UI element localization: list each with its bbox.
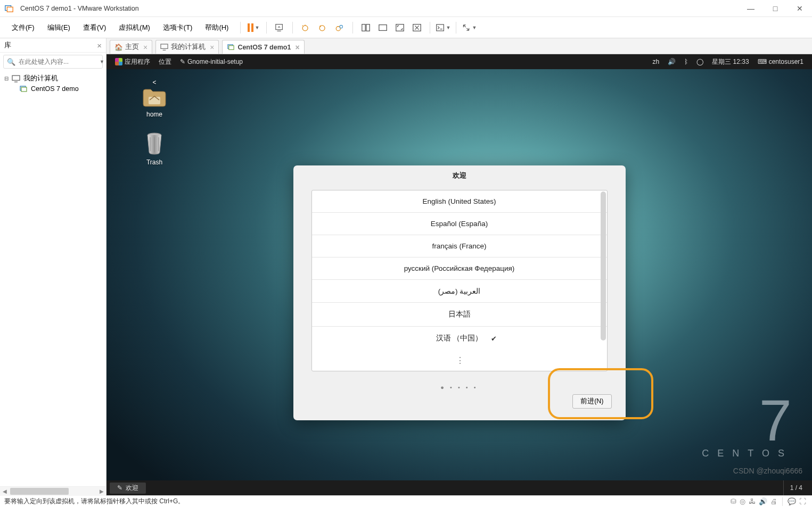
lang-option-en[interactable]: English (United States) [312, 190, 607, 212]
statusbar: 要将输入定向到该虚拟机，请将鼠标指针移入其中或按 Ctrl+G。 ⛁ ◎ 🖧 🔊… [0, 495, 812, 507]
view-fullscreen-button[interactable] [392, 20, 407, 35]
bluetooth-icon[interactable]: ᛒ [680, 58, 692, 65]
tab-home-label: 主页 [125, 43, 139, 52]
tree-item-label: CentOS 7 demo [31, 85, 79, 93]
volume-icon[interactable]: 🔊 [663, 58, 680, 65]
clock[interactable]: 星期三 12:33 [708, 57, 753, 67]
lang-option-ja[interactable]: 日本語 [312, 302, 607, 326]
search-dropdown-icon[interactable]: ▼ [100, 59, 104, 64]
svg-point-6 [340, 25, 342, 28]
input-lang-indicator[interactable]: zh [649, 58, 664, 65]
svg-rect-15 [21, 87, 27, 92]
menubar: 文件(F) 编辑(E) 查看(V) 虚拟机(M) 选项卡(T) 帮助(H) ▼ … [0, 17, 812, 38]
gnome-places-menu[interactable]: 位置 [154, 57, 176, 67]
tree-root-mycomputer[interactable]: ⊟ 我的计算机 [0, 73, 106, 84]
tree-root-label: 我的计算机 [23, 74, 58, 83]
send-ctrlaltdel-button[interactable] [272, 20, 287, 35]
console-button[interactable]: ▼ [436, 20, 450, 35]
lang-option-fr[interactable]: français (France) [312, 235, 607, 257]
svg-rect-9 [379, 24, 387, 30]
sidebar-scrollbar[interactable]: ◀▶ [0, 486, 106, 495]
gnome-desktop[interactable]: < home Trash 7 CENTOS [106, 69, 812, 480]
lang-more-button[interactable]: ⋮ [312, 350, 607, 371]
sb-fullscreen-icon[interactable]: ⛶ [799, 497, 806, 505]
language-scrollbar[interactable] [601, 192, 606, 340]
sb-message-icon[interactable]: 💬 [788, 497, 796, 505]
vm-icon [19, 85, 28, 93]
lang-option-ru[interactable]: русский (Российская Федерация) [312, 257, 607, 279]
sb-disk-icon[interactable]: ⛁ [731, 497, 736, 505]
view-single-button[interactable] [375, 20, 390, 35]
window-maximize-button[interactable]: □ [763, 0, 788, 17]
window-title: CentOS 7 demo1 - VMware Workstation [20, 5, 139, 12]
centos-brand: 7 CENTOS [702, 397, 793, 459]
lang-option-es[interactable]: Español (España) [312, 212, 607, 235]
sb-sound-icon[interactable]: 🔊 [759, 497, 767, 505]
svg-rect-8 [366, 24, 370, 31]
menu-vm[interactable]: 虚拟机(M) [113, 20, 155, 35]
accessibility-icon[interactable]: ◯ [692, 58, 708, 65]
centos-version: 7 [702, 397, 793, 444]
pause-button[interactable]: ▼ [246, 20, 261, 35]
user-menu[interactable]: ⌨ centosuser1 [753, 58, 808, 65]
menu-edit[interactable]: 编辑(E) [42, 20, 76, 35]
tabbar: 🏠 主页 × 我的计算机 × CentOS 7 demo1 × [106, 38, 812, 54]
view-unity-button[interactable] [409, 20, 424, 35]
revert-snapshot-button[interactable] [315, 20, 330, 35]
sb-network-icon[interactable]: 🖧 [749, 497, 756, 505]
next-button[interactable]: 前进(N) [572, 394, 611, 409]
svg-rect-10 [396, 24, 404, 31]
sb-printer-icon[interactable]: 🖨 [770, 497, 777, 505]
lang-option-zh[interactable]: 汉语 （中国） ✔ [312, 326, 607, 350]
folder-icon [142, 86, 167, 107]
sb-cd-icon[interactable]: ◎ [740, 497, 745, 505]
workspace-pager[interactable]: 1 / 4 [783, 480, 809, 495]
vm-icon [227, 43, 235, 51]
svg-rect-1 [7, 7, 13, 12]
manage-snapshot-button[interactable] [332, 20, 347, 35]
menu-help[interactable]: 帮助(H) [200, 20, 234, 35]
snapshot-button[interactable] [298, 20, 313, 35]
gnome-apps-menu[interactable]: 应用程序 [111, 57, 154, 67]
taskbar-item-welcome[interactable]: ✎ 欢迎 [110, 483, 146, 494]
centos-logo-icon [115, 58, 122, 65]
desktop-icon-home[interactable]: < home [133, 79, 176, 118]
trash-icon [145, 132, 164, 155]
computer-icon [12, 75, 20, 82]
svg-rect-13 [12, 76, 20, 80]
sidebar-search[interactable]: 🔍 ▼ [3, 55, 103, 69]
svg-rect-16 [161, 44, 168, 48]
watermark: CSDN @zhouqi6666 [733, 467, 802, 475]
tab-mycomputer[interactable]: 我的计算机 × [155, 40, 219, 54]
check-icon: ✔ [491, 334, 497, 342]
window-close-button[interactable]: ✕ [788, 0, 812, 17]
sidebar-title: 库 [4, 40, 11, 50]
window-minimize-button[interactable]: — [739, 0, 763, 17]
search-input[interactable] [19, 58, 99, 65]
sidebar-close-button[interactable]: × [97, 41, 102, 50]
svg-rect-18 [229, 46, 234, 50]
computer-icon [160, 43, 168, 51]
dialog-title: 欢迎 [293, 165, 626, 190]
tab-home[interactable]: 🏠 主页 × [110, 40, 152, 54]
menu-file[interactable]: 文件(F) [6, 20, 40, 35]
desktop-icon-trash[interactable]: Trash [133, 132, 176, 166]
gnome-active-app[interactable]: ✎ Gnome-initial-setup [176, 58, 247, 65]
library-tree: ⊟ 我的计算机 CentOS 7 demo [0, 71, 106, 486]
search-icon: 🔍 [7, 58, 15, 66]
svg-rect-12 [437, 24, 444, 31]
statusbar-hint: 要将输入定向到该虚拟机，请将鼠标指针移入其中或按 Ctrl+G。 [4, 497, 184, 506]
tab-close-icon[interactable]: × [210, 43, 214, 52]
tree-item-centos[interactable]: CentOS 7 demo [0, 84, 106, 94]
vm-display[interactable]: 应用程序 位置 ✎ Gnome-initial-setup zh 🔊 ᛒ ◯ 星… [106, 54, 812, 495]
tab-close-icon[interactable]: × [295, 43, 299, 52]
menu-tabs[interactable]: 选项卡(T) [158, 20, 198, 35]
stretch-button[interactable]: ▼ [462, 20, 477, 35]
collapse-icon[interactable]: ⊟ [4, 76, 10, 81]
menu-view[interactable]: 查看(V) [78, 20, 111, 35]
tab-close-icon[interactable]: × [143, 43, 147, 52]
lang-option-ar[interactable]: العربية (مصر) [312, 279, 607, 302]
view-console-button[interactable] [358, 20, 373, 35]
tab-centos-label: CentOS 7 demo1 [237, 44, 291, 51]
tab-centos[interactable]: CentOS 7 demo1 × [222, 40, 304, 54]
